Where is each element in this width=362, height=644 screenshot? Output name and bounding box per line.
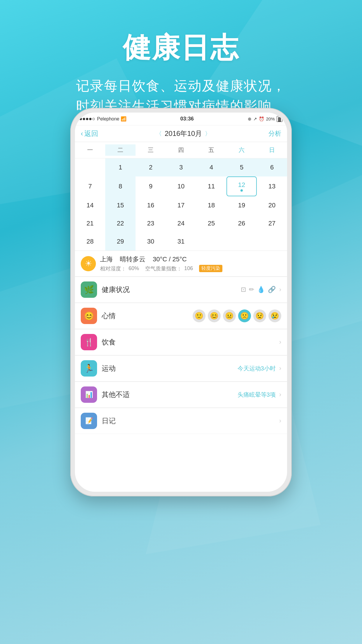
status-bar: Pelephone 📶 03:36 ⊕ ↗ ⏰ 20% ▓ (75, 113, 287, 125)
mood-face-4-active[interactable]: 🙁 (238, 309, 251, 322)
weather-info: 上海 晴转多云 30°C / 25°C 相对湿度： 60% (100, 255, 281, 272)
cal-cell-empty-5c (257, 232, 287, 251)
cal-cell-3[interactable]: 3 (166, 158, 196, 176)
discomfort-row[interactable]: 📊 其他不适 头痛眩晕等3项 › (75, 382, 287, 408)
cal-cell-26[interactable]: 26 (226, 214, 257, 232)
prev-month-button[interactable]: 〈 (156, 130, 162, 138)
discomfort-row-right: 头痛眩晕等3项 › (238, 391, 281, 399)
signal-dot-5 (92, 118, 95, 120)
alarm-icon: ⏰ (259, 116, 264, 122)
cal-cell-8[interactable]: 8 (105, 176, 136, 196)
weather-city: 上海 (100, 256, 113, 263)
next-month-button[interactable]: 〉 (205, 130, 211, 138)
phone-outer-shell: Pelephone 📶 03:36 ⊕ ↗ ⏰ 20% ▓ ‹ (70, 108, 292, 496)
exercise-row[interactable]: 🏃 运动 今天运动3小时 › (75, 356, 287, 382)
cal-cell-29[interactable]: 29 (105, 232, 136, 251)
health-action-icons: ⊡ ✏ 💧 🔗 (241, 286, 276, 293)
cal-cell-28[interactable]: 28 (75, 232, 105, 251)
health-icon: 🌿 (81, 281, 97, 298)
mood-face-5[interactable]: 😟 (253, 309, 266, 322)
health-label: 健康状况 (102, 285, 236, 294)
discomfort-chevron-icon: › (279, 391, 281, 398)
cal-cell-4[interactable]: 4 (196, 158, 226, 176)
scale-icon: ⊡ (241, 286, 246, 293)
humidity-label: 相对湿度： (100, 265, 126, 272)
weekday-mon: 一 (75, 144, 105, 156)
diary-row[interactable]: 📝 日记 › (75, 408, 287, 434)
cal-cell-30[interactable]: 30 (136, 232, 166, 251)
mood-face-3[interactable]: 😐 (223, 309, 236, 322)
mood-face-2[interactable]: 😊 (208, 309, 221, 322)
cal-cell-5[interactable]: 5 (226, 158, 257, 176)
mood-row[interactable]: 😊 心情 🙂 😊 😐 🙁 😟 😢 (75, 303, 287, 329)
cal-cell-empty-1[interactable] (75, 158, 105, 176)
weather-sun-icon: ☀ (81, 256, 96, 271)
subtitle-line1: 记录每日饮食、运动及健康状况， (0, 76, 362, 96)
diary-label: 日记 (102, 416, 275, 426)
diet-label: 饮食 (102, 337, 275, 347)
mood-row-right: 🙂 😊 😐 🙁 😟 😢 (193, 309, 281, 322)
cal-cell-18[interactable]: 18 (196, 196, 226, 214)
health-row-right: ⊡ ✏ 💧 🔗 › (241, 286, 281, 293)
cal-cell-22[interactable]: 22 (105, 214, 136, 232)
status-time: 03:36 (126, 116, 248, 122)
weekday-thu: 四 (166, 144, 196, 156)
cal-cell-1[interactable]: 1 (105, 158, 136, 176)
health-status-row[interactable]: 🌿 健康状况 ⊡ ✏ 💧 🔗 › (75, 277, 287, 303)
humidity-value: 60% (129, 265, 139, 272)
cal-cell-9[interactable]: 9 (136, 176, 166, 196)
status-left: Pelephone 📶 (80, 116, 126, 122)
back-chevron-icon: ‹ (81, 130, 83, 138)
exercise-icon: 🏃 (81, 360, 97, 377)
signal-dot-4 (89, 118, 92, 120)
back-button[interactable]: ‹ 返回 (81, 129, 98, 138)
mood-face-6[interactable]: 😢 (268, 309, 281, 322)
aqi-label: 空气质量指数： (145, 265, 182, 272)
cal-cell-31[interactable]: 31 (166, 232, 196, 251)
signal-dots (80, 118, 95, 120)
month-year-label: 2016年10月 (165, 129, 202, 138)
drop-icon: 💧 (257, 286, 265, 293)
weekday-sun: 日 (257, 144, 287, 156)
mood-face-selector: 🙂 😊 😐 🙁 😟 😢 (193, 309, 281, 322)
cal-cell-empty-5a (196, 232, 226, 251)
signal-dot-1 (80, 118, 82, 120)
cal-cell-15[interactable]: 15 (105, 196, 136, 214)
cal-cell-24[interactable]: 24 (166, 214, 196, 232)
cal-cell-13[interactable]: 13 (257, 176, 287, 196)
diary-icon: 📝 (81, 413, 97, 429)
diet-row-right: › (279, 338, 281, 346)
cal-cell-27[interactable]: 27 (257, 214, 287, 232)
diet-icon: 🍴 (81, 334, 97, 350)
cal-cell-25[interactable]: 25 (196, 214, 226, 232)
cal-cell-14[interactable]: 14 (75, 196, 105, 214)
link-icon: 🔗 (268, 286, 276, 293)
mood-face-1[interactable]: 🙂 (193, 309, 205, 322)
phone-inner: Pelephone 📶 03:36 ⊕ ↗ ⏰ 20% ▓ ‹ (75, 113, 287, 492)
cal-cell-19[interactable]: 19 (226, 196, 257, 214)
cal-cell-16[interactable]: 16 (136, 196, 166, 214)
calendar: 一 二 三 四 五 六 日 1 2 3 (75, 142, 287, 251)
cal-cell-20[interactable]: 20 (257, 196, 287, 214)
diet-row[interactable]: 🍴 饮食 › (75, 329, 287, 355)
cal-cell-7[interactable]: 7 (75, 176, 105, 196)
analysis-button[interactable]: 分析 (268, 129, 281, 138)
cal-cell-2[interactable]: 2 (136, 158, 166, 176)
pollution-badge: 轻度污染 (199, 265, 222, 272)
cal-cell-10[interactable]: 10 (166, 176, 196, 196)
carrier-name: Pelephone (97, 116, 120, 122)
discomfort-label: 其他不适 (102, 390, 233, 399)
cal-cell-11[interactable]: 11 (196, 176, 226, 196)
health-chevron-icon: › (279, 286, 281, 293)
cal-cell-17[interactable]: 17 (166, 196, 196, 214)
location-icon: ⊕ (248, 116, 252, 122)
mood-label: 心情 (102, 311, 188, 321)
pencil-icon: ✏ (249, 286, 254, 293)
cal-cell-21[interactable]: 21 (75, 214, 105, 232)
cal-cell-23[interactable]: 23 (136, 214, 166, 232)
cal-cell-12-today[interactable]: 12 (226, 176, 257, 196)
cal-cell-6[interactable]: 6 (257, 158, 287, 176)
weather-row: ☀ 上海 晴转多云 30°C / 25°C (75, 251, 287, 276)
phone-screen: Pelephone 📶 03:36 ⊕ ↗ ⏰ 20% ▓ ‹ (75, 113, 287, 492)
signal-dot-3 (86, 118, 88, 120)
